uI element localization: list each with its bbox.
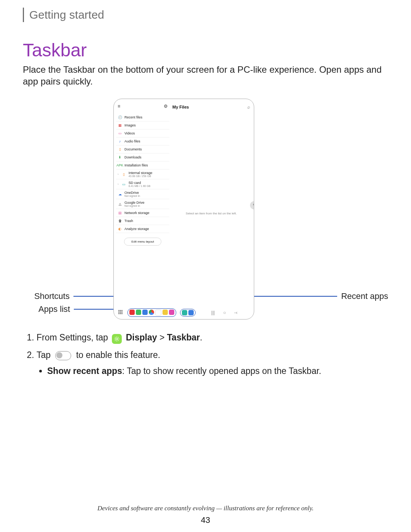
sidebar-item: 🗑Trash [116, 217, 169, 225]
settings-gear-icon: ⚙ [164, 104, 168, 109]
step-1-taskbar-label: Taskbar [167, 332, 200, 342]
illustration: Shortcuts Apps list Recent apps ≡ ⚙ 🕘Rec… [23, 99, 388, 323]
step-2-sublist: Show recent apps: Tap to show recently o… [37, 364, 388, 378]
taskbar-recent-group [180, 309, 196, 316]
step-1-period: . [200, 332, 202, 342]
callout-line [74, 309, 119, 310]
callout-shortcuts-label: Shortcuts [34, 291, 70, 301]
sidebar-item: ›▯Internal storage43.08 GB / 256 GB [116, 169, 169, 179]
sidebar-item: ▦Images [116, 121, 169, 129]
sidebar-item: ▯Documents [116, 145, 169, 153]
taskbar-app-icon [155, 310, 161, 316]
sidebar-item: △Google DriveNot signed in [116, 199, 169, 209]
taskbar-app-icon [142, 310, 148, 315]
hamburger-icon: ≡ [118, 104, 120, 109]
nav-bar: ||| ○ ◦‹ [197, 310, 252, 315]
page-number: 43 [0, 515, 411, 525]
callout-recent-apps: Recent apps [247, 291, 388, 301]
myfiles-sidebar: ≡ ⚙ 🕘Recent files▦Images▭Videos♪Audio fi… [116, 101, 169, 308]
apps-list-icon [118, 310, 124, 315]
sidebar-item: ▤Network storage [116, 209, 169, 217]
callout-apps-list: Apps list [38, 304, 119, 314]
device-taskbar: ||| ○ ◦‹ [116, 308, 252, 317]
taskbar-app-icon [149, 310, 154, 315]
taskbar-app-icon [136, 310, 141, 315]
device-screenshot: ≡ ⚙ 🕘Recent files▦Images▭Videos♪Audio fi… [113, 99, 254, 320]
breadcrumb: Getting started [23, 0, 388, 22]
step-2-bullet: Show recent apps: Tap to show recently o… [47, 364, 388, 378]
taskbar-app-icon [169, 310, 174, 315]
step-1: From Settings, tap Display > Taskbar. [37, 331, 388, 345]
callout-line [247, 296, 337, 297]
edit-menu-layout-button: Edit menu layout [124, 238, 161, 246]
nav-back-icon: ◦‹ [234, 310, 237, 315]
bullet-rest: : Tap to show recently opened apps on th… [122, 366, 321, 376]
callout-recent-apps-label: Recent apps [341, 291, 388, 301]
sidebar-item: ☁OneDriveNot signed in [116, 189, 169, 199]
sidebar-item: ◐Analyze storage [116, 225, 169, 233]
sidebar-item: ⬇Downloads [116, 153, 169, 161]
taskbar-recent-icon [188, 310, 194, 315]
step-1-display-label: Display [126, 332, 157, 342]
toggle-switch-icon [55, 351, 71, 360]
display-settings-icon [112, 334, 122, 344]
nav-home-icon: ○ [223, 310, 226, 315]
content-empty-hint: Select an item from the list on the left… [171, 212, 252, 215]
taskbar-recent-icon [182, 310, 187, 315]
page-title: Taskbar [23, 40, 388, 61]
sidebar-item: ›▭SD card8.41 MB / 1.90 GB [116, 179, 169, 189]
lead-paragraph: Place the Taskbar on the bottom of your … [23, 64, 388, 87]
svg-point-0 [116, 338, 118, 340]
bullet-strong: Show recent apps [47, 366, 122, 376]
callout-apps-list-label: Apps list [38, 304, 70, 314]
sidebar-item: 🕘Recent files [116, 113, 169, 121]
sidebar-top: ≡ ⚙ [116, 101, 169, 113]
taskbar-shortcuts-group [127, 308, 176, 317]
step-1-sep: > [159, 332, 167, 342]
svg-line-8 [118, 337, 119, 337]
nav-recents-icon: ||| [211, 310, 215, 315]
breadcrumb-bar [23, 8, 24, 22]
sidebar-item: ▭Videos [116, 129, 169, 137]
sidebar-item: APKInstallation files [116, 161, 169, 169]
taskbar-app-icon [129, 310, 135, 315]
myfiles-title: My Files [172, 105, 189, 109]
instruction-steps: From Settings, tap Display > Taskbar. Ta… [23, 331, 388, 378]
taskbar-app-icon [162, 310, 168, 315]
step-2: Tap to enable this feature. Show recent … [37, 348, 388, 378]
sidebar-item: ♪Audio files [116, 137, 169, 145]
step-2-text-a: Tap [37, 350, 51, 360]
search-icon: ⌕ [247, 104, 250, 110]
footnote: Devices and software are constantly evol… [0, 505, 411, 512]
myfiles-content: My Files ⌕ Select an item from the list … [171, 101, 252, 308]
step-2-text-b: to enable this feature. [76, 350, 160, 360]
svg-line-6 [118, 340, 119, 341]
svg-line-7 [115, 340, 115, 341]
svg-line-5 [115, 337, 115, 337]
step-1-text-a: From Settings, tap [37, 332, 108, 342]
breadcrumb-text: Getting started [29, 8, 104, 21]
